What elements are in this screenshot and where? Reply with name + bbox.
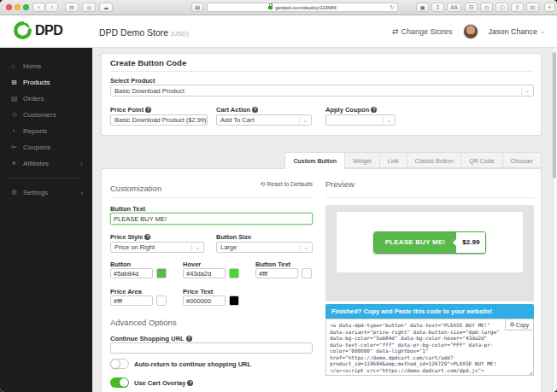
affiliates-icon: ⚭ xyxy=(11,160,23,167)
hover-color-swatch[interactable] xyxy=(229,268,239,278)
dpd-logo[interactable]: DPD xyxy=(14,21,62,39)
reader-button[interactable]: ▣ xyxy=(416,3,429,12)
button-color-swatch[interactable] xyxy=(156,268,167,278)
customers-icon: ☺ xyxy=(11,111,23,119)
chevron-down-icon: ⌄ xyxy=(540,28,545,35)
downloads-button[interactable]: ↧ xyxy=(431,3,444,12)
tab-chooser[interactable]: Chooser xyxy=(503,152,542,168)
help-icon[interactable]: ? xyxy=(252,107,258,113)
cart-overlay-label: Use Cart Overlay? xyxy=(134,379,193,387)
price-style-dropdown[interactable]: Price on Right ⌄ xyxy=(110,242,204,253)
reset-defaults-link[interactable]: ⟲ Reset to Defaults xyxy=(260,181,313,188)
sidebar-item-orders[interactable]: ▤Orders xyxy=(0,91,92,107)
continue-url-input[interactable] xyxy=(110,342,313,354)
price-text-color-swatch[interactable] xyxy=(229,295,239,306)
copy-button[interactable]: ⧉Copy xyxy=(505,319,533,331)
logo-text: DPD xyxy=(35,23,62,38)
icloud-button[interactable]: ☁ xyxy=(99,3,113,12)
sidebar-item-customers[interactable]: ☺Customers xyxy=(0,107,92,123)
help-icon[interactable]: ? xyxy=(144,234,150,240)
download-icon: ↧ xyxy=(436,3,440,11)
customization-title: Customization xyxy=(110,184,161,193)
tab-classic-button[interactable]: Classic Button xyxy=(407,152,462,168)
store-name[interactable]: DPD Demo Store(USD) xyxy=(99,27,189,38)
sidebar-item-label: Products xyxy=(23,79,50,86)
browser-forward-button[interactable]: › xyxy=(45,3,58,12)
bookmarks-button[interactable]: ▤ xyxy=(191,3,203,12)
help-icon[interactable]: ? xyxy=(187,380,193,386)
button-text-color-swatch[interactable] xyxy=(302,268,312,278)
select-product-dropdown[interactable]: Basic Download Product ⌄ xyxy=(110,85,534,97)
tab-overview-button[interactable]: ⊟ xyxy=(65,3,79,12)
auto-return-toggle[interactable] xyxy=(110,359,129,369)
browser-chrome: ‹ › ⊟ ◎ ☁ ▤ getdpd.com/deploy/119684 ↻ ▣… xyxy=(0,0,557,15)
main-content: Create Button Code Select Product Basic … xyxy=(92,48,557,392)
resize-handle-icon[interactable]: ◢ xyxy=(529,370,532,375)
user-menu[interactable]: Jason Chance ⌄ xyxy=(489,27,545,36)
sidebar-toggle-button[interactable]: ⊡ xyxy=(526,3,539,12)
preview-buy-button[interactable]: PLEASE BUY ME! $2.99 xyxy=(373,231,487,254)
button-text-color-input[interactable] xyxy=(255,268,298,278)
price-point-dropdown[interactable]: Basic Download Product ($2.99) ⌄ xyxy=(110,114,208,126)
chevron-right-icon: › xyxy=(80,160,83,168)
zoom-window-button[interactable] xyxy=(23,4,29,10)
scrollbar-thumb[interactable] xyxy=(553,52,556,178)
user-name: Jason Chance xyxy=(489,27,538,36)
sidebar-item-products[interactable]: ⊞Products xyxy=(0,74,92,91)
privacy-button[interactable]: ◎ xyxy=(82,3,96,12)
sidebar-item-settings[interactable]: ⚙Settings› xyxy=(0,184,92,201)
price-area-color-swatch[interactable] xyxy=(156,295,167,306)
sidebar-item-reports[interactable]: ◔Reports xyxy=(0,123,92,139)
browser-back-button[interactable]: ‹ xyxy=(32,3,45,12)
tab-widget[interactable]: Widget xyxy=(345,152,380,168)
print-button[interactable]: ☷ xyxy=(465,3,478,12)
help-icon[interactable]: ? xyxy=(371,107,377,113)
sidebar-item-affiliates[interactable]: ⚭Affiliates› xyxy=(0,155,92,172)
text-size-button[interactable]: AA xyxy=(447,3,461,12)
page-info-button[interactable]: ⓘ xyxy=(495,3,508,12)
forward-icon: › xyxy=(50,3,52,11)
tab-custom-button[interactable]: Custom Button xyxy=(284,152,345,169)
apply-coupon-dropdown[interactable]: ⌄ xyxy=(325,114,396,126)
price-style-label: Price Style? xyxy=(110,233,150,241)
info-icon: ⓘ xyxy=(499,3,505,11)
tab-qr-code[interactable]: QR Code xyxy=(461,152,502,168)
sidebar-item-home[interactable]: ⌂Home xyxy=(0,58,92,74)
button-size-dropdown[interactable]: Large ⌄ xyxy=(216,242,313,253)
history-button[interactable]: ◷ xyxy=(480,3,493,12)
help-icon[interactable]: ? xyxy=(186,336,192,342)
home-icon: ⌂ xyxy=(11,62,23,70)
minimize-window-button[interactable] xyxy=(15,4,21,10)
create-button-card: Create Button Code Select Product Basic … xyxy=(101,53,542,136)
button-text-input[interactable] xyxy=(110,213,313,225)
price-text-color-input[interactable] xyxy=(183,295,226,306)
toggle-knob xyxy=(120,378,128,387)
close-window-button[interactable] xyxy=(6,4,12,10)
sidebar: ⌂Home ⊞Products ▤Orders ☺Customers ◔Repo… xyxy=(0,48,92,392)
scrollbar[interactable] xyxy=(552,48,557,392)
auto-return-label: Auto-return to continue shopping URL xyxy=(134,360,251,368)
share-button[interactable]: ⇧ xyxy=(511,3,524,12)
cloud-icon: ☁ xyxy=(103,3,109,11)
reload-icon[interactable]: ↻ xyxy=(390,3,395,12)
sidebar-item-label: Affiliates xyxy=(23,160,49,167)
button-color-input[interactable] xyxy=(110,268,153,278)
bookmarks-icon: ▤ xyxy=(195,3,200,11)
select-product-value: Basic Download Product xyxy=(114,87,185,95)
divider xyxy=(325,197,534,198)
embed-code-textarea[interactable]: <a data-dpd-type="button" data-text="PLE… xyxy=(326,319,533,375)
panel-icon: ⊡ xyxy=(531,3,535,11)
change-stores-link[interactable]: ⇄ Change Stores xyxy=(392,27,453,36)
hover-color-input[interactable] xyxy=(183,268,226,278)
sidebar-item-coupons[interactable]: ✂Coupons xyxy=(0,139,92,155)
select-product-label: Select Product xyxy=(110,77,155,85)
cart-action-dropdown[interactable]: Add To Cart ⌄ xyxy=(216,114,312,126)
tab-link[interactable]: Link xyxy=(380,152,407,168)
copy-icon: ⧉ xyxy=(510,321,514,328)
address-bar[interactable]: getdpd.com/deploy/119684 ↻ xyxy=(207,3,398,12)
price-area-color-input[interactable] xyxy=(110,295,153,306)
cart-overlay-toggle[interactable] xyxy=(110,377,129,388)
help-icon[interactable]: ? xyxy=(145,107,151,113)
new-tab-button[interactable]: + xyxy=(544,3,555,12)
avatar[interactable] xyxy=(463,24,478,39)
